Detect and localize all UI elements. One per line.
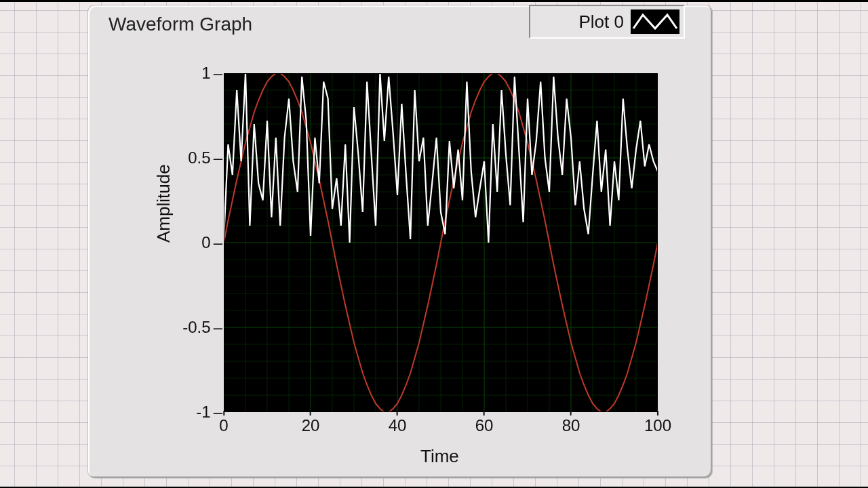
- y-tick: -1–: [196, 403, 222, 422]
- plot-legend[interactable]: Plot 0: [529, 5, 685, 39]
- grid-background: Waveform Graph Amplitude Time -1–-0.5–0–…: [0, 0, 868, 488]
- plot-area[interactable]: [224, 73, 658, 412]
- y-tick: 0.5–: [188, 148, 222, 167]
- y-tick: 0–: [201, 233, 222, 252]
- panel-title: Waveform Graph: [108, 14, 252, 35]
- legend-label: Plot 0: [579, 12, 625, 33]
- letterbox-top: [0, 0, 868, 2]
- y-tick: 1–: [201, 64, 222, 83]
- x-tick: 60: [475, 416, 494, 435]
- plot-canvas: [224, 73, 658, 412]
- x-tick: 20: [302, 416, 320, 435]
- x-tick: 80: [562, 416, 580, 435]
- x-tick: 100: [644, 416, 671, 435]
- x-tick: 0: [219, 416, 228, 435]
- y-tick: -0.5–: [182, 318, 222, 337]
- x-axis-ticks: 020406080100: [224, 416, 658, 443]
- x-tick: 40: [389, 416, 407, 435]
- legend-line-icon: [631, 9, 679, 34]
- y-axis-ticks: -1–-0.5–0–0.5–1–: [170, 73, 222, 412]
- legend-swatch: [631, 9, 679, 34]
- plot-wrap: [224, 73, 658, 412]
- waveform-graph-panel: Waveform Graph Amplitude Time -1–-0.5–0–…: [88, 5, 712, 478]
- x-axis-label: Time: [420, 446, 459, 467]
